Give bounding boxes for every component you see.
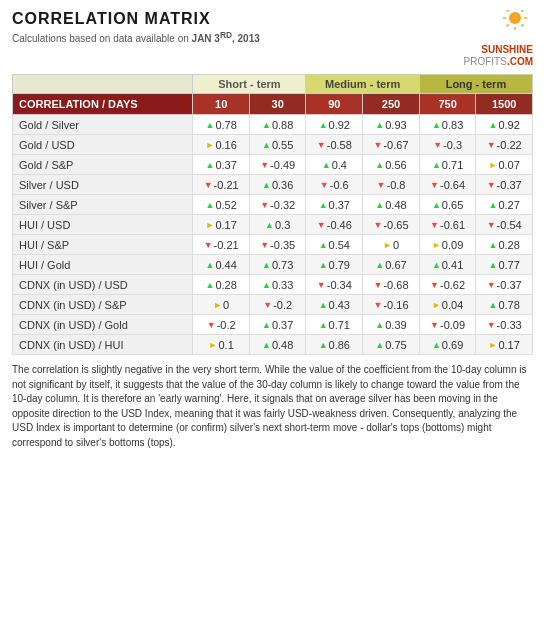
arrow-icon: ▲	[375, 200, 384, 210]
row-label: CDNX (in USD) / S&P	[13, 295, 193, 315]
cell-value: ▼-0.2	[263, 299, 292, 311]
table-row: Gold / S&P▲0.37▼-0.49▲0.4▲0.56▲0.71►0.07	[13, 155, 533, 175]
cell-number: 0.73	[272, 259, 293, 271]
cell-number: -0.35	[270, 239, 295, 251]
cell-number: -0.65	[383, 219, 408, 231]
cell-number: 0.69	[442, 339, 463, 351]
cell-number: -0.62	[440, 279, 465, 291]
data-cell: ►0	[363, 235, 420, 255]
arrow-icon: ▼	[487, 280, 496, 290]
arrow-icon: ▼	[487, 140, 496, 150]
cell-number: 0.86	[329, 339, 350, 351]
cell-value: ▲0.77	[489, 259, 520, 271]
cell-number: -0.37	[497, 179, 522, 191]
table-row: CDNX (in USD) / S&P►0▼-0.2▲0.43▼-0.16►0.…	[13, 295, 533, 315]
cell-value: ▲0.54	[319, 239, 350, 251]
cell-value: ▼-0.09	[430, 319, 465, 331]
cell-value: ▼-0.34	[317, 279, 352, 291]
cell-value: ▲0.67	[375, 259, 406, 271]
arrow-icon: ▲	[489, 260, 498, 270]
data-cell: ▼-0.46	[306, 215, 363, 235]
cell-value: ▲0.41	[432, 259, 463, 271]
cell-value: ▲0.71	[319, 319, 350, 331]
cell-value: ▲0.65	[432, 199, 463, 211]
cell-value: ▲0.4	[322, 159, 347, 171]
cell-number: 0.55	[272, 139, 293, 151]
data-cell: ▼-0.37	[476, 275, 533, 295]
data-cell: ▲0.37	[249, 315, 306, 335]
cell-value: ▲0.75	[375, 339, 406, 351]
cell-value: ▲0.92	[319, 119, 350, 131]
cell-number: 0.39	[385, 319, 406, 331]
subtitle: Calculations based on data available on …	[12, 30, 260, 44]
cell-number: -0.34	[327, 279, 352, 291]
col-10: 10	[193, 94, 250, 115]
cell-value: ▲0.69	[432, 339, 463, 351]
cell-number: 0.07	[498, 159, 519, 171]
data-cell: ▲0.56	[363, 155, 420, 175]
cell-value: ▲0.37	[205, 159, 236, 171]
cell-value: ►0.04	[432, 299, 463, 311]
cell-number: 0.33	[272, 279, 293, 291]
data-cell: ▲0.78	[476, 295, 533, 315]
cell-number: 0.09	[442, 239, 463, 251]
arrow-icon: ►	[489, 340, 498, 350]
arrow-icon: ►	[213, 300, 222, 310]
data-cell: ▲0.83	[419, 115, 476, 135]
cell-number: 0.78	[498, 299, 519, 311]
data-cell: ▼-0.58	[306, 135, 363, 155]
cell-number: -0.58	[327, 139, 352, 151]
cell-value: ▲0.52	[205, 199, 236, 211]
logo-icon	[463, 10, 533, 45]
data-cell: ▲0.65	[419, 195, 476, 215]
col-1500: 1500	[476, 94, 533, 115]
data-cell: ▲0.92	[476, 115, 533, 135]
cell-value: ▲0.3	[265, 219, 290, 231]
data-cell: ▼-0.35	[249, 235, 306, 255]
data-cell: ▲0.27	[476, 195, 533, 215]
table-row: HUI / USD►0.17▲0.3▼-0.46▼-0.65▼-0.61▼-0.…	[13, 215, 533, 235]
arrow-icon: ▲	[432, 120, 441, 130]
cell-number: 0.71	[442, 159, 463, 171]
arrow-icon: ▼	[263, 300, 272, 310]
data-cell: ▲0.48	[249, 335, 306, 355]
arrow-icon: ▼	[260, 200, 269, 210]
cell-value: ▲0.48	[262, 339, 293, 351]
arrow-icon: ▼	[374, 280, 383, 290]
cell-value: ▼-0.64	[430, 179, 465, 191]
cell-number: -0.33	[497, 319, 522, 331]
arrow-icon: ▲	[375, 260, 384, 270]
arrow-icon: ▲	[375, 160, 384, 170]
arrow-icon: ▲	[375, 120, 384, 130]
table-row: Gold / Silver▲0.78▲0.88▲0.92▲0.93▲0.83▲0…	[13, 115, 533, 135]
arrow-icon: ►	[205, 140, 214, 150]
arrow-icon: ▼	[430, 320, 439, 330]
cell-value: ▲0.37	[262, 319, 293, 331]
col-750: 750	[419, 94, 476, 115]
cell-number: 0	[393, 239, 399, 251]
cell-number: 0.28	[215, 279, 236, 291]
cell-number: 0.48	[272, 339, 293, 351]
arrow-icon: ►	[209, 340, 218, 350]
cell-number: -0.67	[383, 139, 408, 151]
data-cell: ▼-0.6	[306, 175, 363, 195]
arrow-icon: ▼	[430, 180, 439, 190]
arrow-icon: ▲	[319, 120, 328, 130]
data-cell: ▲0.28	[476, 235, 533, 255]
cell-value: ►0.1	[209, 339, 234, 351]
data-cell: ▲0.92	[306, 115, 363, 135]
arrow-icon: ▼	[204, 240, 213, 250]
data-cell: ▼-0.3	[419, 135, 476, 155]
data-cell: ▲0.28	[193, 275, 250, 295]
table-row: HUI / S&P▼-0.21▼-0.35▲0.54►0►0.09▲0.28	[13, 235, 533, 255]
row-label: Silver / USD	[13, 175, 193, 195]
col-250: 250	[363, 94, 420, 115]
arrow-icon: ▲	[489, 240, 498, 250]
table-row: HUI / Gold▲0.44▲0.73▲0.79▲0.67▲0.41▲0.77	[13, 255, 533, 275]
arrow-icon: ▼	[377, 180, 386, 190]
svg-point-0	[509, 12, 521, 24]
cell-value: ▼-0.22	[487, 139, 522, 151]
table-body: Gold / Silver▲0.78▲0.88▲0.92▲0.93▲0.83▲0…	[13, 115, 533, 355]
arrow-icon: ►	[205, 220, 214, 230]
cell-number: 0.28	[498, 239, 519, 251]
